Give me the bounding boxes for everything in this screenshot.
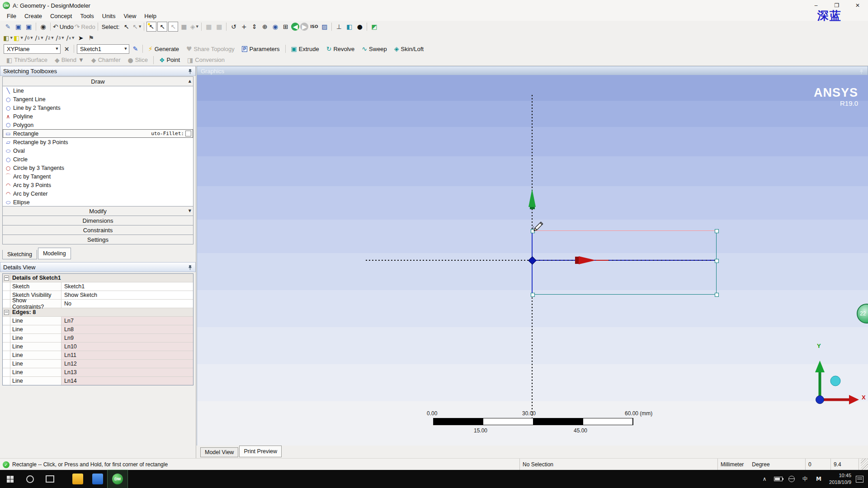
- filter-edge-icon[interactable]: ↖: [157, 22, 167, 32]
- details-row-value[interactable]: Ln10: [61, 343, 193, 351]
- graphics-canvas[interactable]: ANSYS R19.0 0.00: [197, 75, 868, 446]
- messenger-badge[interactable]: 22: [857, 304, 868, 324]
- zoom-fit-icon[interactable]: ⊞: [281, 22, 290, 31]
- sketch-select[interactable]: Sketch1 ▼: [77, 44, 129, 54]
- constraints-section-header[interactable]: Constraints: [2, 225, 193, 235]
- chevron-down-icon[interactable]: ▼: [41, 36, 43, 40]
- start-button[interactable]: [0, 470, 20, 488]
- sweep-button[interactable]: ∿Sweep: [358, 44, 390, 54]
- tray-expand-icon[interactable]: ∧: [758, 470, 771, 488]
- details-row-value[interactable]: Show Sketch: [61, 291, 193, 299]
- extrude-button[interactable]: ▣Extrude: [288, 44, 323, 54]
- origin-point[interactable]: [528, 256, 536, 264]
- dimensions-section-header[interactable]: Dimensions: [2, 216, 193, 225]
- scroll-up-icon[interactable]: ▲: [189, 79, 191, 83]
- details-group-header[interactable]: Edges: 8: [3, 308, 193, 317]
- orientation-triad[interactable]: [807, 355, 868, 407]
- body-status-icon[interactable]: ◧▼: [3, 33, 13, 42]
- rotate-icon[interactable]: ↺: [229, 22, 238, 31]
- pin-icon[interactable]: [188, 69, 193, 74]
- chevron-down-icon[interactable]: ▼: [51, 36, 53, 40]
- zoom-3d-icon[interactable]: ◉: [270, 22, 280, 31]
- tab-sketching[interactable]: Sketching: [2, 250, 37, 259]
- draw-section-header[interactable]: Draw ▲: [2, 76, 193, 86]
- chevron-down-icon[interactable]: ▼: [54, 47, 60, 51]
- pin-icon[interactable]: [859, 69, 864, 74]
- draw-item-oval[interactable]: ⬭Oval: [3, 146, 193, 155]
- select-mode-icon[interactable]: ↖▼: [132, 22, 142, 31]
- settings-section-header[interactable]: Settings: [2, 235, 193, 244]
- tab-model-view[interactable]: Model View: [200, 447, 238, 457]
- zoom-icon[interactable]: ⇕: [250, 22, 259, 31]
- draw-item-line[interactable]: ╲Line: [3, 86, 193, 95]
- draw-item-rectangle[interactable]: ▭Rectangleuto-Fillet:: [3, 129, 193, 138]
- draw-item-polygon[interactable]: ⬡Polygon: [3, 121, 193, 129]
- plane-select[interactable]: XYPlane ▼: [4, 44, 61, 54]
- chevron-down-icon[interactable]: ▼: [20, 36, 23, 40]
- language-indicator[interactable]: M: [812, 470, 826, 488]
- new-sketch-icon[interactable]: ✎: [131, 44, 140, 53]
- draw-item-rectangle-by-3-points[interactable]: ▱Rectangle by 3 Points: [3, 138, 193, 146]
- chamfer-button[interactable]: ◆Chamfer: [88, 55, 124, 65]
- rectangle-bottom-edge[interactable]: [533, 294, 717, 295]
- face-status-icon[interactable]: ◧▼: [14, 33, 23, 42]
- tab-modeling[interactable]: Modeling: [38, 248, 71, 259]
- filter-vertex-icon[interactable]: ↖: [146, 22, 156, 32]
- vertex-handle-bottom-left[interactable]: [531, 293, 535, 297]
- frozen-body-icon[interactable]: ⚑: [86, 33, 96, 42]
- details-row-value[interactable]: Ln14: [61, 377, 193, 385]
- rectangle-top-edge[interactable]: [533, 230, 717, 231]
- menu-help[interactable]: Help: [140, 12, 160, 20]
- parameters-button[interactable]: PParameters: [238, 44, 283, 54]
- taskbar-app-2[interactable]: [88, 470, 108, 488]
- menu-view[interactable]: View: [119, 12, 140, 20]
- resize-grip[interactable]: [861, 459, 868, 470]
- generate-button[interactable]: ⚡Generate: [145, 44, 183, 54]
- thin-surface-button[interactable]: ◧Thin/Surface: [3, 55, 51, 65]
- pan-icon[interactable]: +: [239, 22, 249, 31]
- chevron-down-icon[interactable]: ▼: [30, 36, 33, 40]
- vertex-handle-mid-right[interactable]: [715, 259, 719, 263]
- point-button[interactable]: ❖Point: [156, 55, 184, 65]
- iso-view-icon[interactable]: ISO: [309, 22, 319, 31]
- save-icon[interactable]: ▣: [14, 22, 23, 31]
- taskbar-designmodeler[interactable]: DM: [108, 470, 127, 488]
- draw-item-polyline[interactable]: ∧Polyline: [3, 112, 193, 121]
- details-group-header[interactable]: Details of Sketch1: [3, 274, 193, 282]
- image-capture-icon[interactable]: ◉: [38, 22, 48, 31]
- vertex-handle-top-right[interactable]: [715, 229, 719, 233]
- select-pointer-icon[interactable]: ↖: [122, 22, 131, 31]
- new-plane-icon[interactable]: ×: [62, 44, 71, 53]
- details-row-value[interactable]: No: [61, 300, 193, 308]
- display-points-icon[interactable]: ●: [355, 22, 364, 31]
- action-center-icon[interactable]: [856, 476, 863, 483]
- draw-item-circle-by-3-tangents[interactable]: ○Circle by 3 Tangents: [3, 164, 193, 172]
- battery-icon[interactable]: [771, 470, 785, 488]
- lasso-select-icon[interactable]: ▦: [214, 22, 224, 31]
- collapse-toggle[interactable]: [3, 274, 10, 282]
- edge-color-3-icon[interactable]: ∕3▼: [55, 33, 65, 42]
- menu-file[interactable]: File: [3, 12, 20, 20]
- details-row-value[interactable]: Ln13: [61, 368, 193, 376]
- ime-indicator[interactable]: 中: [798, 470, 812, 488]
- draw-item-arc-by-tangent[interactable]: ⌒Arc by Tangent: [3, 172, 193, 181]
- draw-item-tangent-line[interactable]: ○Tangent Line: [3, 95, 193, 103]
- chevron-down-icon[interactable]: ▼: [139, 25, 141, 28]
- menu-concept[interactable]: Concept: [46, 12, 76, 20]
- modify-section-header[interactable]: Modify ▼: [2, 206, 193, 216]
- details-row-value[interactable]: Ln7: [61, 317, 193, 325]
- menu-tools[interactable]: Tools: [76, 12, 98, 20]
- pin-icon[interactable]: [188, 265, 193, 270]
- chevron-down-icon[interactable]: ▼: [196, 25, 198, 28]
- edge-color-1-icon[interactable]: ∕1▼: [34, 33, 44, 42]
- vertex-handle-bottom-right[interactable]: [715, 293, 719, 297]
- tab-print-preview[interactable]: Print Preview: [239, 446, 282, 457]
- chevron-down-icon[interactable]: ▼: [123, 47, 129, 51]
- slice-button[interactable]: ●Slice: [124, 55, 151, 65]
- edge-color-0-icon[interactable]: ∕0▼: [24, 33, 33, 42]
- collapse-toggle[interactable]: [3, 308, 10, 316]
- network-icon[interactable]: [785, 470, 798, 488]
- details-row-value[interactable]: Ln8: [61, 325, 193, 333]
- details-row-value[interactable]: Ln9: [61, 334, 193, 342]
- close-button[interactable]: ✕: [847, 0, 868, 11]
